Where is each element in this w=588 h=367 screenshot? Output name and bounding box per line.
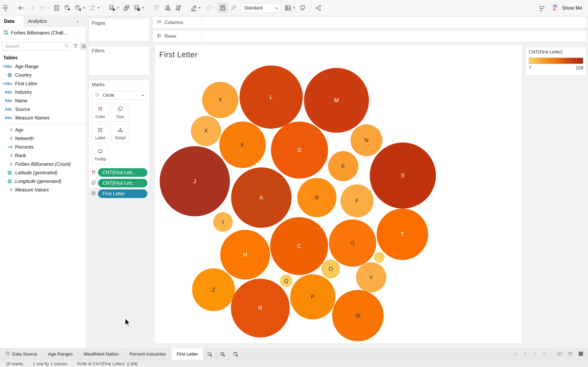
bubble-z[interactable]: Z — [192, 268, 235, 311]
bubble-b[interactable]: B — [297, 178, 337, 217]
field-first-letter[interactable]: =AbcFirst Letter — [0, 79, 86, 88]
bubble-c[interactable]: C — [270, 217, 328, 275]
bubble-u[interactable] — [374, 252, 385, 263]
collapse-pane-icon[interactable]: ‹ — [77, 18, 78, 24]
columns-shelf[interactable]: Columns — [153, 17, 587, 28]
pause-updates-icon[interactable] — [73, 3, 87, 13]
field-age[interactable]: #Age — [0, 125, 86, 134]
tab-data[interactable]: Data — [0, 16, 24, 27]
field-measure-names[interactable]: AbcMeasure Names — [0, 114, 86, 122]
bubble-m[interactable]: M — [304, 68, 369, 133]
sheet-tab-data-source[interactable]: Data Source — [0, 348, 43, 360]
field-name[interactable]: AbcName — [0, 96, 86, 105]
refresh-data-icon[interactable] — [87, 3, 102, 13]
tableau-logo[interactable] — [0, 3, 11, 13]
shelf-pill[interactable]: First Letter — [98, 189, 147, 198]
field-age-range[interactable]: =AbcAge Range — [0, 62, 86, 71]
bubble-y[interactable]: Y — [202, 82, 238, 118]
field-measure-values[interactable]: #Measure Values — [0, 185, 86, 194]
field-rank[interactable]: #Rank — [0, 151, 86, 160]
bubble-t[interactable]: T — [377, 209, 428, 260]
bubble-d[interactable]: D — [271, 122, 328, 179]
sheet-tab-age-ranges[interactable]: Age Ranges — [43, 348, 78, 360]
bubble-w[interactable]: W — [332, 290, 384, 341]
next-sheet-icon[interactable] — [532, 351, 537, 357]
detail-button[interactable]: Detail — [112, 124, 129, 143]
new-dashboard-tab-icon[interactable] — [216, 348, 229, 360]
bubble-o[interactable]: O — [321, 259, 340, 278]
field-percents[interactable]: =#Percents — [0, 143, 86, 151]
show-cards-icon[interactable] — [283, 3, 297, 13]
label-button[interactable]: Label — [91, 124, 109, 143]
new-worksheet-icon[interactable] — [107, 3, 121, 13]
bubble-f[interactable]: F — [341, 184, 374, 217]
fit-select[interactable]: Standard — [241, 3, 281, 13]
bubble-g[interactable]: G — [329, 219, 376, 267]
show-me-button[interactable]: Show Me — [553, 4, 582, 12]
rows-shelf[interactable]: Rows — [153, 30, 587, 42]
swap-axes-icon[interactable] — [151, 3, 162, 13]
sheet-tab-percent-industries[interactable]: Percent Industries — [124, 348, 171, 360]
color-button[interactable]: Color — [91, 103, 109, 122]
fullscreen-view-icon[interactable] — [578, 351, 584, 358]
size-button[interactable]: Size — [112, 103, 129, 122]
share-icon[interactable] — [313, 3, 324, 13]
clear-sheet-icon[interactable] — [132, 3, 146, 13]
new-story-tab-icon[interactable] — [229, 348, 242, 360]
color-legend-card[interactable]: CNT(First Letter) 7 228 — [526, 47, 586, 76]
bubble-q[interactable]: Q — [280, 275, 293, 287]
show-mark-labels-icon[interactable] — [217, 3, 228, 13]
bubble-k[interactable]: K — [219, 122, 266, 168]
sheet-tab-wealthiest-nation[interactable]: Wealthiest Nation — [78, 348, 124, 360]
field-networth[interactable]: #Networth — [0, 134, 86, 143]
bubble-v[interactable]: V — [356, 262, 386, 292]
attach-icon[interactable] — [203, 3, 217, 13]
first-sheet-icon[interactable] — [513, 351, 518, 357]
bubble-s[interactable]: S — [370, 142, 436, 209]
save-icon[interactable] — [52, 3, 62, 13]
replay-icon[interactable] — [37, 3, 52, 13]
bubble-r[interactable]: R — [231, 279, 290, 337]
mark-type-select[interactable]: Circle — [91, 91, 147, 100]
search-input[interactable] — [5, 44, 64, 49]
pin-icon[interactable] — [228, 3, 239, 13]
bubble-i[interactable]: I — [213, 212, 233, 232]
bubble-n[interactable]: N — [351, 124, 382, 156]
sheet-canvas[interactable]: First Letter YLMXKDNESJABFICGTHOVQZPRW — [155, 44, 522, 344]
field-source[interactable]: AbcSource — [0, 105, 86, 114]
sheet-tab-first-letter[interactable]: First Letter — [171, 348, 204, 360]
prev-sheet-icon[interactable] — [522, 351, 528, 357]
last-sheet-icon[interactable] — [542, 351, 547, 357]
grid-view-icon[interactable] — [557, 351, 563, 358]
filmstrip-view-icon[interactable] — [567, 351, 573, 358]
tab-analytics[interactable]: Analytics ‹ — [24, 16, 86, 27]
datasource-cylinder-icon — [3, 30, 9, 36]
field-longitude-generated[interactable]: Longitude (generated) — [0, 177, 86, 185]
tooltip-button[interactable]: Tooltip — [91, 145, 109, 164]
bubble-e[interactable]: E — [328, 151, 358, 181]
presentation-icon[interactable] — [297, 3, 308, 13]
bubble-l[interactable]: L — [240, 66, 303, 129]
sort-descending-icon[interactable] — [173, 3, 183, 13]
tooltip-sign-icon[interactable] — [536, 3, 547, 13]
highlight-icon[interactable] — [189, 3, 203, 13]
bubble-a[interactable]: A — [231, 167, 292, 228]
sort-ascending-icon[interactable] — [162, 3, 173, 13]
add-data-icon[interactable] — [62, 3, 73, 13]
duplicate-sheet-icon[interactable] — [121, 3, 132, 13]
bubble-p[interactable]: P — [290, 274, 336, 319]
new-worksheet-tab-icon[interactable] — [204, 348, 216, 360]
field-forbes-billionaires-count[interactable]: #Forbes Billionaires (Count) — [0, 160, 86, 168]
field-country[interactable]: Country — [0, 71, 86, 79]
shelf-pill[interactable]: CNT(First Lett.. — [98, 179, 147, 187]
shelf-pill[interactable]: CNT(First Lett.. — [98, 168, 147, 177]
bubble-x[interactable]: X — [191, 116, 221, 146]
field-industry[interactable]: AbcIndustry — [0, 88, 86, 96]
field-latitude-generated[interactable]: Latitude (generated) — [0, 168, 86, 177]
undo-icon[interactable] — [16, 3, 26, 13]
redo-icon[interactable] — [26, 3, 37, 13]
filter-funnel-icon[interactable] — [73, 43, 78, 50]
bubble-h[interactable]: H — [220, 230, 270, 280]
bubble-j[interactable]: J — [160, 146, 230, 216]
datasource-row[interactable]: Forbes Billionaires (Chall... — [0, 27, 86, 39]
